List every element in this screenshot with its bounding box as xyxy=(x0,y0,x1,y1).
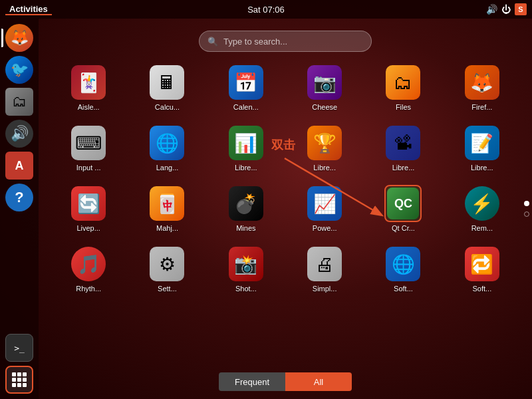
libre-calc-icon: 📊 xyxy=(229,126,263,160)
livepatch-icon: 🔄 xyxy=(71,186,106,221)
activities-button[interactable]: Activities xyxy=(5,4,52,15)
app-lang-label: Lang... xyxy=(156,164,179,172)
app-calendar-label: Calen... xyxy=(233,103,259,111)
calculator-icon: 🖩 xyxy=(150,65,184,100)
sidebar: 🦊 🐦 🗂 🔊 A ? >_ xyxy=(0,19,39,399)
app-aisle-label: Aisle... xyxy=(78,103,100,111)
app-qt-creator-label: Qt Cr... xyxy=(392,224,415,232)
app-mines[interactable]: 💣 Mines xyxy=(207,181,285,236)
calendar-icon: 📅 xyxy=(229,65,263,100)
app-cheese[interactable]: 📷 Cheese xyxy=(285,60,364,115)
app-input[interactable]: ⌨ Input ... xyxy=(49,120,128,176)
show-apps-button[interactable] xyxy=(5,366,33,394)
input-icon: ⌨ xyxy=(71,126,106,160)
app-libre-calc[interactable]: 📊 Libre... xyxy=(207,120,285,176)
scroll-dot-1 xyxy=(524,201,529,206)
remmina-icon: ⚡ xyxy=(465,186,499,221)
shotcut-icon: 📸 xyxy=(229,247,263,281)
app-libre-draw-label: Libre... xyxy=(313,164,336,172)
scroll-dot-2 xyxy=(524,211,529,217)
app-software1[interactable]: 🌐 Soft... xyxy=(364,241,442,297)
search-icon: 🔍 xyxy=(207,37,218,47)
app-libre-writer[interactable]: 📝 Libre... xyxy=(443,120,521,176)
rhythmbox-icon: 🎵 xyxy=(71,247,106,281)
app-input-label: Input ... xyxy=(76,164,101,172)
aisle-icon: 🃏 xyxy=(71,65,106,100)
app-software2[interactable]: 🔁 Soft... xyxy=(443,241,521,297)
app-libre-writer-label: Libre... xyxy=(471,164,493,172)
power-icon: 📈 xyxy=(307,186,342,221)
main-area: 🔍 Type to search... 🃏 Aisle... 🖩 Calcu..… xyxy=(39,19,532,399)
app-firefox[interactable]: 🦊 Firef... xyxy=(443,60,521,115)
tab-frequent[interactable]: Frequent xyxy=(219,372,285,391)
sidebar-item-firefox[interactable]: 🦊 xyxy=(5,24,33,52)
simple-scan-icon: 🖨 xyxy=(307,247,342,281)
app-remmina-label: Rem... xyxy=(471,224,493,232)
app-libre-impress[interactable]: 📽 Libre... xyxy=(364,120,442,176)
app-software1-label: Soft... xyxy=(394,285,413,293)
searchbar-wrap: 🔍 Type to search... xyxy=(39,19,532,60)
sidebar-bottom: >_ xyxy=(5,334,33,399)
app-simple-scan-label: Simpl... xyxy=(313,285,337,293)
terminal-button[interactable]: >_ xyxy=(5,334,33,362)
app-libre-impress-label: Libre... xyxy=(392,164,415,172)
app-calculator[interactable]: 🖩 Calcu... xyxy=(128,60,206,115)
app-livepatch[interactable]: 🔄 Livep... xyxy=(49,181,128,236)
app-libre-calc-label: Libre... xyxy=(235,164,257,172)
libre-writer-icon: 📝 xyxy=(465,126,499,160)
qt-creator-icon: QC xyxy=(387,188,419,219)
power-icon[interactable]: ⏻ xyxy=(501,4,511,15)
sidebar-item-thunderbird[interactable]: 🐦 xyxy=(5,56,33,84)
app-files-label: Files xyxy=(396,103,411,111)
files-icon: 🗂 xyxy=(386,65,420,100)
volume-icon[interactable]: 🔊 xyxy=(486,4,497,15)
mines-icon: 💣 xyxy=(229,186,263,221)
clock: Sat 07:06 xyxy=(247,5,285,15)
sidebar-item-sound[interactable]: 🔊 xyxy=(5,120,33,148)
app-power-label: Powe... xyxy=(313,224,337,232)
s-indicator[interactable]: S xyxy=(515,3,527,15)
app-calendar[interactable]: 📅 Calen... xyxy=(207,60,285,115)
app-software2-label: Soft... xyxy=(472,285,491,293)
settings-icon: ⚙ xyxy=(150,247,184,281)
app-remmina[interactable]: ⚡ Rem... xyxy=(443,181,521,236)
app-rhythmbox[interactable]: 🎵 Rhyth... xyxy=(49,241,128,297)
app-qt-creator[interactable]: QC Qt Cr... xyxy=(364,181,442,236)
app-power[interactable]: 📈 Powe... xyxy=(285,181,364,236)
app-simple-scan[interactable]: 🖨 Simpl... xyxy=(285,241,364,297)
app-aisle[interactable]: 🃏 Aisle... xyxy=(49,60,128,115)
app-grid: 🃏 Aisle... 🖩 Calcu... 📅 Calen... 📷 Chees… xyxy=(39,60,532,297)
app-mahjongg[interactable]: 🀄 Mahj... xyxy=(128,181,206,236)
app-calculator-label: Calcu... xyxy=(155,103,180,111)
sidebar-item-help[interactable]: ? xyxy=(5,184,33,211)
app-rhythmbox-label: Rhyth... xyxy=(76,285,101,293)
cheese-icon: 📷 xyxy=(307,65,342,100)
firefox-icon: 🦊 xyxy=(465,65,499,100)
libre-impress-icon: 📽 xyxy=(386,126,420,160)
app-settings-label: Sett... xyxy=(158,285,177,293)
scroll-indicator xyxy=(524,201,529,217)
app-shotcut-label: Shot... xyxy=(235,285,257,293)
sidebar-item-appcenter[interactable]: A xyxy=(5,152,33,180)
app-lang[interactable]: 🌐 Lang... xyxy=(128,120,206,176)
software2-icon: 🔁 xyxy=(465,247,499,281)
system-tray: 🔊 ⏻ S xyxy=(486,3,527,15)
libre-draw-icon: 🏆 xyxy=(307,126,342,160)
app-mines-label: Mines xyxy=(236,224,255,232)
software1-icon: 🌐 xyxy=(386,247,420,281)
search-placeholder: Type to search... xyxy=(223,37,287,47)
app-firefox-label: Firef... xyxy=(471,103,492,111)
app-shotcut[interactable]: 📸 Shot... xyxy=(207,241,285,297)
search-input[interactable]: 🔍 Type to search... xyxy=(199,31,372,52)
mahjongg-icon: 🀄 xyxy=(150,186,184,221)
app-libre-draw[interactable]: 🏆 Libre... xyxy=(285,120,364,176)
sidebar-item-files[interactable]: 🗂 xyxy=(5,88,33,116)
topbar: Activities Sat 07:06 🔊 ⏻ S xyxy=(0,0,532,19)
grid-icon xyxy=(12,372,27,387)
tab-all[interactable]: All xyxy=(285,372,352,391)
app-files[interactable]: 🗂 Files xyxy=(364,60,442,115)
bottom-tabs: Frequent All xyxy=(39,372,532,391)
app-settings[interactable]: ⚙ Sett... xyxy=(128,241,206,297)
app-cheese-label: Cheese xyxy=(312,103,337,111)
app-mahjongg-label: Mahj... xyxy=(156,224,178,232)
